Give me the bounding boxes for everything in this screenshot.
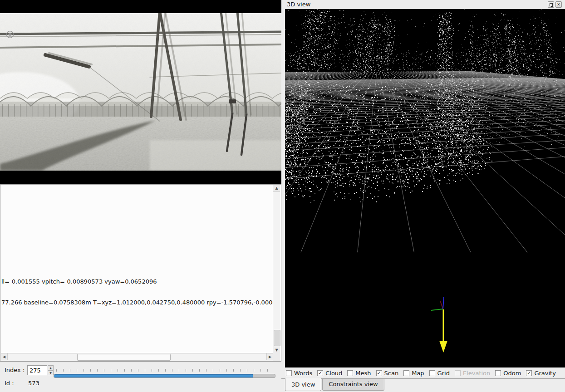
close-icon: ✕ — [556, 2, 561, 7]
checkbox-label: Scan — [384, 370, 399, 377]
index-spinbox[interactable]: ▲ ▼ — [27, 365, 50, 375]
vertical-scroll-thumb[interactable] — [274, 330, 280, 346]
float-icon — [550, 3, 553, 6]
frame-slider[interactable] — [54, 367, 275, 381]
checkbox-row: Words✓CloudMesh✓ScanMapGridElevationOdom… — [285, 368, 565, 378]
checkbox-map[interactable]: Map — [403, 370, 424, 377]
checkbox-gravity[interactable]: ✓Gravity — [526, 370, 555, 377]
scroll-down-icon[interactable]: ▼ — [273, 347, 280, 353]
unchecked-box[interactable] — [286, 370, 292, 376]
checkbox-label: Words — [294, 370, 312, 377]
checkbox-scan[interactable]: ✓Scan — [376, 370, 399, 377]
3d-view-dock: 3D view ✕ Words✓CloudMesh✓ScanMapGridEle… — [281, 0, 565, 392]
checkbox-label: Mesh — [355, 370, 371, 377]
slider-track[interactable] — [54, 374, 275, 378]
checkbox-label: Gravity — [534, 370, 555, 377]
checkbox-label: Grid — [437, 370, 450, 377]
checkbox-cloud[interactable]: ✓Cloud — [317, 370, 342, 377]
scroll-up-icon[interactable]: ▲ — [273, 185, 280, 192]
index-input[interactable] — [27, 365, 47, 375]
index-label: Index : — [5, 367, 25, 373]
view-tabbar: 3D viewConstraints view — [281, 378, 565, 392]
unchecked-box[interactable] — [429, 370, 435, 376]
info-horizontal-scrollbar[interactable]: ◀ ▶ — [1, 353, 273, 361]
checkbox-label: Elevation — [463, 370, 490, 377]
slider-ticks — [56, 369, 274, 372]
checked-icon[interactable]: ✓ — [376, 370, 382, 376]
unchecked-box — [455, 370, 461, 376]
info-line-velocity: ll=-0.001555 vpitch=-0.00890573 vyaw=0.0… — [1, 278, 157, 285]
3d-viewport[interactable] — [285, 9, 565, 368]
close-button[interactable]: ✕ — [555, 1, 562, 8]
unchecked-box[interactable] — [347, 370, 353, 376]
spin-up-icon[interactable]: ▲ — [48, 365, 54, 370]
checkbox-odom[interactable]: Odom — [495, 370, 521, 377]
checkbox-grid[interactable]: Grid — [429, 370, 450, 377]
horizontal-scroll-thumb[interactable] — [77, 354, 171, 361]
frame-controls: Index : ▲ ▼ Id : 573 — [0, 362, 281, 392]
info-panel: ll=-0.001555 vpitch=-0.00890573 vyaw=0.0… — [0, 184, 281, 362]
camera-image-viewer — [0, 0, 281, 184]
scrollbar-corner — [273, 353, 280, 361]
camera-photo — [0, 13, 281, 171]
scroll-left-icon[interactable]: ◀ — [1, 353, 8, 360]
dock-titlebar[interactable]: 3D view ✕ — [281, 0, 565, 9]
checked-icon[interactable]: ✓ — [317, 370, 323, 376]
info-vertical-scrollbar[interactable]: ▲ ▼ — [273, 185, 280, 353]
unchecked-box[interactable] — [495, 370, 501, 376]
scroll-right-icon[interactable]: ▶ — [266, 353, 273, 360]
slider-fill — [54, 374, 253, 377]
tab-constraints-view[interactable]: Constraints view — [322, 379, 384, 391]
spin-down-icon[interactable]: ▼ — [48, 370, 54, 375]
checkbox-elevation: Elevation — [455, 370, 490, 377]
checkbox-label: Odom — [503, 370, 521, 377]
checkbox-label: Cloud — [325, 370, 342, 377]
dock-title: 3D view — [287, 1, 310, 8]
id-value: 573 — [28, 380, 39, 387]
checkbox-label: Map — [412, 370, 424, 377]
info-line-calibration: 77.266 baseline=0.0758308m T=xyz=1.01200… — [1, 299, 276, 306]
checkbox-words[interactable]: Words — [286, 370, 312, 377]
checkbox-mesh[interactable]: Mesh — [347, 370, 371, 377]
float-button[interactable] — [548, 1, 554, 8]
id-label: Id : — [5, 380, 14, 387]
tab-3d-view[interactable]: 3D view — [285, 378, 321, 391]
unchecked-box[interactable] — [403, 370, 409, 376]
checked-icon[interactable]: ✓ — [526, 370, 532, 376]
left-panel: ll=-0.001555 vpitch=-0.00890573 vyaw=0.0… — [0, 0, 281, 392]
